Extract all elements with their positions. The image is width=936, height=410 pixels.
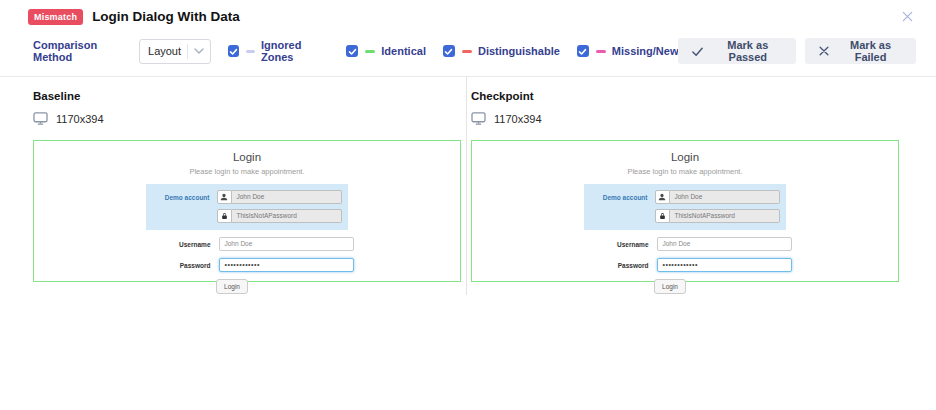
chevron-down-icon xyxy=(188,48,210,54)
legend-item-distinguishable: Distinguishable xyxy=(443,45,560,57)
checkpoint-panel: Checkpoint 1170x394 Login Please login t… xyxy=(467,77,936,295)
lock-icon xyxy=(655,209,670,223)
comparison-method-label: Comparison Method xyxy=(33,39,130,63)
screenshot-password-label: Password xyxy=(141,262,219,269)
baseline-screenshot[interactable]: Login Please login to make appointment. … xyxy=(33,140,461,282)
screenshot-demo-password-value: ThisIsNotAPassword xyxy=(232,209,342,223)
screenshot-login-button-row: Login xyxy=(34,279,460,294)
identical-checkbox[interactable] xyxy=(346,45,358,57)
screenshot-username-label: Username xyxy=(141,241,219,248)
monitor-icon xyxy=(33,112,48,125)
baseline-resolution: 1170x394 xyxy=(56,113,104,125)
x-icon xyxy=(818,45,830,57)
screenshot-demo-password-row: ThisIsNotAPassword xyxy=(584,209,786,223)
missing-new-checkbox[interactable] xyxy=(577,45,589,57)
ignored-zones-checkbox[interactable] xyxy=(228,45,239,57)
check-icon xyxy=(691,45,704,58)
legend-item-identical: Identical xyxy=(346,45,426,57)
mark-as-passed-button[interactable]: Mark as Passed xyxy=(678,38,796,64)
screenshot-login-button: Login xyxy=(216,279,248,294)
checkpoint-resolution: 1170x394 xyxy=(494,113,542,125)
status-badge: Mismatch xyxy=(28,9,83,25)
screenshot-demo-password-value: ThisIsNotAPassword xyxy=(670,209,780,223)
page-title: Login Dialog With Data xyxy=(92,9,240,24)
dialog-header: Mismatch Login Dialog With Data xyxy=(0,0,936,30)
missing-new-color-swatch xyxy=(596,50,606,53)
login-row-spacer xyxy=(138,279,216,294)
checkpoint-screenshot[interactable]: Login Please login to make appointment. … xyxy=(471,140,899,282)
login-row-spacer xyxy=(576,279,654,294)
comparison-area: Baseline 1170x394 Login Please login to … xyxy=(0,77,936,295)
screenshot-username-input: John Doe xyxy=(657,237,792,251)
screenshot-demo-account-label: Demo account xyxy=(153,194,217,201)
screenshot-password-input: •••••••••••• xyxy=(657,258,792,272)
screenshot-login-button-row: Login xyxy=(472,279,898,294)
toolbar: Comparison Method Layout Ignored Zones I… xyxy=(0,30,936,76)
screenshot-login-title: Login xyxy=(472,141,898,163)
baseline-title: Baseline xyxy=(33,90,461,102)
close-icon[interactable] xyxy=(897,8,918,25)
screenshot-login-title: Login xyxy=(34,141,460,163)
screenshot-demo-username-row: Demo account John Doe xyxy=(146,190,348,204)
screenshot-demo-panel: Demo account John Doe ThisIsNotAPassword xyxy=(146,184,348,230)
distinguishable-checkbox[interactable] xyxy=(443,45,455,57)
screenshot-demo-username-value: John Doe xyxy=(670,190,780,204)
screenshot-password-row: Password •••••••••••• xyxy=(34,258,460,272)
screenshot-demo-username-value: John Doe xyxy=(232,190,342,204)
screenshot-password-input: •••••••••••• xyxy=(219,258,354,272)
screenshot-username-label: Username xyxy=(579,241,657,248)
person-icon xyxy=(655,190,670,204)
monitor-icon xyxy=(471,112,486,125)
legend-label: Ignored Zones xyxy=(261,39,329,63)
mark-as-failed-label: Mark as Failed xyxy=(838,39,903,63)
screenshot-demo-panel: Demo account John Doe ThisIsNotAPassword xyxy=(584,184,786,230)
mark-as-failed-button[interactable]: Mark as Failed xyxy=(805,38,916,64)
legend-item-ignored-zones: Ignored Zones xyxy=(228,39,329,63)
screenshot-username-input: John Doe xyxy=(219,237,354,251)
person-icon xyxy=(217,190,232,204)
legend-label: Missing/New xyxy=(612,45,679,57)
screenshot-login-subtitle: Please login to make appointment. xyxy=(34,167,460,176)
screenshot-login-button: Login xyxy=(654,279,686,294)
baseline-panel: Baseline 1170x394 Login Please login to … xyxy=(0,77,467,295)
baseline-resolution-row: 1170x394 xyxy=(33,112,461,125)
screenshot-login-subtitle: Please login to make appointment. xyxy=(472,167,898,176)
lock-icon xyxy=(217,209,232,223)
identical-color-swatch xyxy=(365,50,375,53)
distinguishable-color-swatch xyxy=(462,50,472,53)
screenshot-demo-account-label: Demo account xyxy=(591,194,655,201)
login-row-filler xyxy=(686,279,794,294)
comparison-method-select[interactable]: Layout xyxy=(139,39,211,64)
screenshot-password-label: Password xyxy=(579,262,657,269)
checkpoint-resolution-row: 1170x394 xyxy=(471,112,899,125)
ignored-zones-color-swatch xyxy=(246,50,255,53)
legend-label: Distinguishable xyxy=(478,45,560,57)
legend-label: Identical xyxy=(381,45,426,57)
mark-as-passed-label: Mark as Passed xyxy=(712,39,783,63)
login-row-filler xyxy=(248,279,356,294)
screenshot-password-row: Password •••••••••••• xyxy=(472,258,898,272)
toolbar-actions: Mark as Passed Mark as Failed xyxy=(678,38,916,64)
screenshot-username-row: Username John Doe xyxy=(34,237,460,251)
legend-item-missing-new: Missing/New xyxy=(577,45,679,57)
screenshot-username-row: Username John Doe xyxy=(472,237,898,251)
comparison-method-value: Layout xyxy=(140,45,187,57)
screenshot-demo-username-row: Demo account John Doe xyxy=(584,190,786,204)
checkpoint-title: Checkpoint xyxy=(471,90,899,102)
screenshot-demo-password-row: ThisIsNotAPassword xyxy=(146,209,348,223)
